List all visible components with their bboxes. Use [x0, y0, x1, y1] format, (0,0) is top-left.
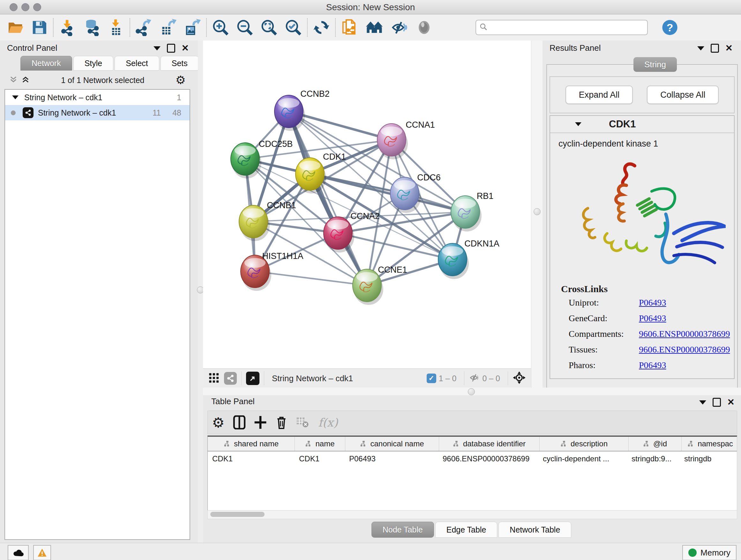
zoom-fit-icon[interactable] [259, 17, 279, 37]
results-panel: Results Panel ✕ String Expand All Collap… [542, 41, 741, 389]
export-table-icon[interactable] [158, 17, 178, 37]
cell-shared-name[interactable]: CDK1 [208, 454, 294, 463]
uniprot-link[interactable]: P06493 [639, 298, 666, 308]
node-label: CCNA1 [406, 120, 435, 130]
zoom-in-icon[interactable] [211, 17, 230, 37]
memory-status-dot [688, 549, 697, 557]
tab-node-table[interactable]: Node Table [372, 522, 434, 538]
vertical-splitter-handle[interactable] [534, 208, 541, 215]
tab-select[interactable]: Select [115, 56, 159, 71]
warnings-button[interactable] [33, 545, 51, 560]
zoom-selected-icon[interactable] [283, 17, 303, 37]
cell-name[interactable]: CDK1 [294, 454, 345, 463]
network-collection-row[interactable]: String Network – cdk1 1 [5, 90, 190, 105]
import-database-icon[interactable] [82, 17, 102, 37]
vertical-splitter[interactable] [531, 41, 543, 389]
selected-nodes-checkbox[interactable]: ✓ [427, 374, 436, 383]
import-table-icon[interactable] [106, 17, 126, 37]
help-icon[interactable]: ? [660, 17, 680, 37]
gene-section-header[interactable]: CDK1 [550, 116, 734, 133]
birds-eye-view-icon[interactable] [513, 371, 526, 386]
save-session-icon[interactable] [29, 17, 49, 37]
tab-style[interactable]: Style [73, 56, 114, 71]
column-header[interactable]: canonical name [345, 437, 439, 451]
expand-all-icon[interactable] [21, 75, 30, 85]
left-splitter[interactable] [198, 41, 203, 543]
string-view-icon[interactable] [224, 372, 237, 385]
cloud-status-button[interactable] [8, 545, 29, 560]
node-label: CCNB1 [267, 200, 296, 210]
cell-canonical-name[interactable]: P06493 [345, 454, 438, 463]
import-network-icon[interactable] [57, 17, 77, 37]
horizontal-splitter[interactable] [203, 388, 741, 395]
tab-network-table[interactable]: Network Table [498, 522, 571, 538]
close-panel-icon[interactable]: ✕ [182, 45, 189, 52]
section-expand-icon[interactable] [575, 122, 582, 126]
eye-icon[interactable] [414, 17, 434, 37]
share-document-icon[interactable] [340, 17, 359, 37]
delete-column-icon[interactable] [271, 413, 292, 432]
tab-edge-table[interactable]: Edge Table [435, 522, 497, 538]
hidden-elements-icon[interactable] [469, 372, 480, 384]
column-header[interactable]: namespac [682, 437, 737, 451]
string-network-graph[interactable]: CCNB2CCNA1CDC25BCDK1CDC6RB1CCNB1CCNA2CDK… [203, 41, 531, 368]
search-input[interactable] [475, 20, 648, 35]
tab-string[interactable]: String [633, 57, 677, 72]
network-row[interactable]: String Network – cdk1 11 48 [5, 105, 190, 120]
open-session-icon[interactable] [6, 17, 25, 37]
panel-menu-icon[interactable] [153, 46, 160, 51]
hide-show-panels-icon[interactable] [389, 17, 409, 37]
network-options-gear-icon[interactable]: ⚙ [176, 73, 186, 87]
table-tabs: Node Table Edge Table Network Table [203, 522, 741, 538]
float-panel-icon[interactable] [167, 44, 175, 53]
show-columns-icon[interactable] [229, 413, 250, 432]
panel-menu-icon[interactable] [699, 400, 706, 405]
genecard-link[interactable]: P06493 [639, 313, 666, 323]
float-panel-icon[interactable] [711, 44, 719, 53]
collapse-all-button[interactable]: Collapse All [647, 85, 719, 104]
detach-view-icon[interactable] [246, 372, 259, 385]
toolbar-separator [241, 371, 242, 385]
expand-all-button[interactable]: Expand All [565, 85, 633, 104]
export-network-icon[interactable] [134, 17, 154, 37]
column-header[interactable]: database identifier [439, 437, 540, 451]
table-horizontal-scrollbar[interactable] [207, 510, 737, 519]
node-table[interactable]: shared name name canonical name database… [207, 435, 737, 511]
float-panel-icon[interactable] [713, 398, 721, 407]
column-header[interactable]: description [540, 437, 629, 451]
memory-label: Memory [700, 548, 731, 558]
cell-id[interactable]: stringdb:9... [627, 454, 680, 463]
close-panel-icon[interactable]: ✕ [727, 399, 735, 406]
string-results-container: Expand All Collapse All CDK1 cyclin-depe… [546, 64, 738, 402]
gene-description: cyclin-dependent kinase 1 [558, 139, 734, 149]
zoom-out-icon[interactable] [235, 17, 255, 37]
export-image-icon[interactable] [183, 17, 202, 37]
collection-label: String Network – cdk1 [24, 93, 103, 102]
grid-view-icon[interactable] [209, 372, 219, 384]
scrollbar-handle[interactable] [210, 512, 265, 517]
add-column-icon[interactable] [250, 413, 271, 432]
network-canvas[interactable]: CCNB2CCNA1CDC25BCDK1CDC6RB1CCNB1CCNA2CDK… [203, 41, 531, 368]
column-header[interactable]: @id [629, 437, 682, 451]
pharos-link[interactable]: P06493 [639, 360, 666, 370]
tissues-link[interactable]: 9606.ENSP00000378699 [639, 345, 730, 355]
node-label: CCNB2 [300, 89, 330, 99]
compartments-link[interactable]: 9606.ENSP00000378699 [639, 329, 730, 339]
column-header[interactable]: name [295, 437, 345, 451]
collapse-all-icon[interactable] [9, 75, 18, 85]
tab-sets[interactable]: Sets [160, 56, 199, 71]
column-header[interactable]: shared name [208, 437, 295, 451]
cell-description[interactable]: cyclin-dependent ... [538, 454, 627, 463]
refresh-icon[interactable] [312, 17, 331, 37]
table-settings-gear-icon[interactable]: ⚙ [208, 413, 229, 432]
close-panel-icon[interactable]: ✕ [725, 45, 733, 52]
horizontal-splitter-handle[interactable] [468, 388, 475, 395]
cell-namespace[interactable]: stringdb [680, 454, 737, 463]
tab-network[interactable]: Network [20, 56, 72, 71]
memory-button[interactable]: Memory [682, 545, 737, 560]
collection-expand-icon[interactable] [12, 96, 18, 99]
table-row[interactable]: CDK1 CDK1 P06493 9606.ENSP00000378699 cy… [208, 451, 737, 466]
panel-menu-icon[interactable] [697, 46, 704, 51]
home-icon[interactable] [364, 17, 384, 37]
cell-database-identifier[interactable]: 9606.ENSP00000378699 [438, 454, 538, 463]
